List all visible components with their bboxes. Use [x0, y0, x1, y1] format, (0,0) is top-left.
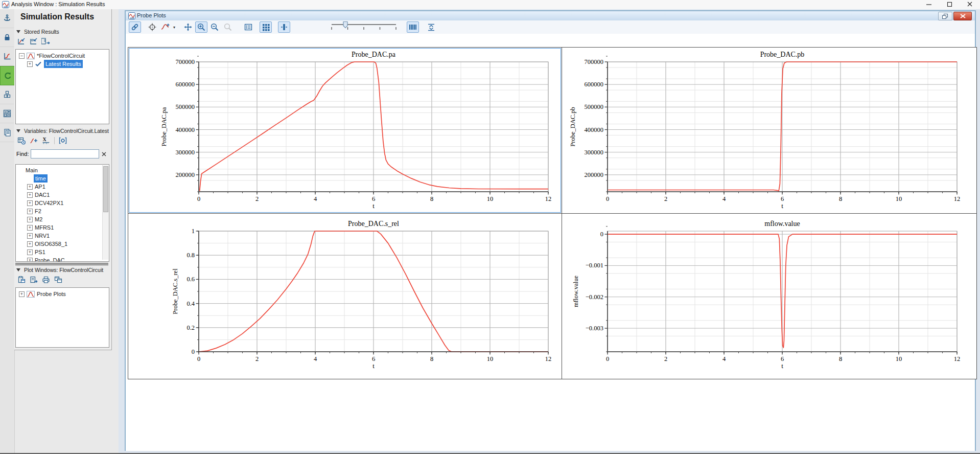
expander-icon[interactable]: +: [27, 258, 33, 262]
tree-item-label: Main: [26, 166, 38, 174]
sidebar-button-refresh[interactable]: [0, 66, 15, 85]
expander-icon[interactable]: +: [19, 291, 25, 297]
expander-icon[interactable]: +: [27, 217, 33, 222]
close-button[interactable]: [960, 0, 980, 9]
sidebar-button-library[interactable]: [0, 85, 14, 104]
svg-text:400000: 400000: [176, 126, 195, 133]
sidebar-icon-strip: [0, 9, 15, 454]
result-properties-button[interactable]: [16, 136, 27, 145]
paste-plot-button[interactable]: [16, 275, 27, 284]
stored-result-latest[interactable]: +Latest Results: [16, 60, 109, 68]
probe-cursor-button[interactable]: [146, 21, 158, 33]
child-titlebar[interactable]: SIM Probe Plots: [126, 11, 975, 21]
variables-root[interactable]: Main: [16, 166, 102, 174]
svg-text:8: 8: [430, 195, 433, 202]
plot-window-item[interactable]: +Probe Plots: [16, 290, 109, 298]
expander-icon[interactable]: −: [19, 53, 25, 59]
variable-item-clipped[interactable]: +Probe_DAC: [16, 256, 102, 262]
svg-text:8: 8: [839, 355, 842, 362]
variables-scrollbar[interactable]: [102, 165, 108, 260]
variable-item-m2[interactable]: +M2: [16, 215, 102, 223]
scrollbar-thumb[interactable]: [103, 166, 108, 212]
tree-item-label: Probe_DAC: [35, 256, 65, 262]
expander-icon[interactable]: +: [27, 249, 33, 255]
grid-button[interactable]: [260, 21, 272, 33]
svg-text:300000: 300000: [176, 149, 195, 156]
import-results-button[interactable]: [29, 37, 39, 46]
link-button[interactable]: [129, 21, 141, 33]
sidebar-button-result-plot[interactable]: [0, 47, 14, 66]
collapse-axes-button[interactable]: [425, 21, 437, 33]
svg-text:200000: 200000: [585, 171, 604, 178]
variable-item-nrv1[interactable]: +NRV1: [16, 232, 102, 240]
svg-text:2: 2: [255, 355, 259, 362]
plot-cell-probe-dac-pb[interactable]: 0246810122000003000004000005000006000007…: [562, 48, 976, 213]
svg-text:12: 12: [545, 355, 552, 362]
add-curve-dropdown-icon[interactable]: ▾: [172, 22, 177, 32]
section-splitter[interactable]: [15, 263, 108, 266]
variable-item-mfrs1[interactable]: +MFRS1: [16, 223, 102, 232]
zoom-all-button[interactable]: [222, 21, 234, 33]
svg-text:0: 0: [606, 195, 609, 202]
child-restore-button[interactable]: [938, 12, 952, 20]
clear-find-icon[interactable]: [100, 150, 107, 158]
plot-windows-header[interactable]: Plot Windows: FlowControlCircuit: [16, 267, 109, 273]
variable-item-f2[interactable]: +F2: [16, 207, 102, 215]
variables-header[interactable]: Variables: FlowControlCircuit.Latest Res…: [16, 128, 109, 134]
tree-item-label: PS1: [35, 248, 45, 256]
variable-item-oiso6358_1[interactable]: +OISO6358_1: [16, 240, 102, 248]
import-result-button[interactable]: [16, 37, 27, 46]
variable-item-dcv42px1[interactable]: +DCV42PX1: [16, 199, 102, 207]
expander-icon[interactable]: +: [27, 225, 33, 231]
expander-icon[interactable]: +: [27, 61, 33, 67]
variable-item-time[interactable]: time: [16, 174, 102, 183]
sidebar-button-lock[interactable]: [0, 28, 14, 47]
export-result-button[interactable]: [41, 37, 51, 46]
plot-cell-probe-dac-s-rel[interactable]: 02468101200.20.40.60.81tProbe_DAC.s_relP…: [128, 214, 562, 379]
expander-icon[interactable]: +: [27, 241, 33, 247]
zoom-out-icon: [210, 22, 219, 32]
pan-button[interactable]: [182, 21, 194, 33]
locate-in-model-button[interactable]: [58, 136, 68, 145]
sidebar-button-anchor[interactable]: [0, 9, 14, 28]
print-plot-button[interactable]: [41, 275, 51, 284]
axes-layout-icon: [279, 22, 289, 32]
variable-item-ps1[interactable]: +PS1: [16, 248, 102, 256]
stored-results-header[interactable]: Stored Results: [16, 29, 109, 35]
axes-layout-button[interactable]: [278, 21, 290, 33]
anchor-icon: [3, 14, 12, 23]
tile-plots-button[interactable]: [53, 275, 63, 284]
probe-plots-window: SIM Probe Plots ▾ 0246810122000003000004…: [125, 10, 976, 451]
units-button[interactable]: X: [41, 136, 51, 145]
find-input[interactable]: [31, 149, 99, 158]
expander-icon[interactable]: +: [27, 233, 33, 239]
import-results-icon: [29, 37, 38, 46]
zoom-in-button[interactable]: [195, 21, 207, 33]
minimize-button[interactable]: [919, 0, 939, 9]
expander-icon[interactable]: +: [27, 209, 33, 214]
export-plot-icon: [29, 276, 38, 284]
svg-text:Probe_DAC.pa: Probe_DAC.pa: [160, 107, 168, 146]
plot-cell-probe-dac-pa[interactable]: 0246810122000003000004000005000006000007…: [128, 48, 562, 213]
export-plot-button[interactable]: [29, 275, 39, 284]
add-quantity-button[interactable]: [29, 136, 39, 145]
plot-cell-mflow-value[interactable]: 0246810120−0.001−0.002−0.003tmflow.value…: [562, 214, 976, 379]
add-curve-button[interactable]: [159, 21, 172, 33]
expander-icon[interactable]: +: [27, 184, 33, 190]
variable-item-ap1[interactable]: +AP1: [16, 183, 102, 191]
expander-icon[interactable]: +: [27, 200, 33, 206]
zoom-slider[interactable]: [330, 20, 399, 34]
sidebar-button-window-layout[interactable]: [0, 104, 14, 123]
bars-button[interactable]: [407, 21, 419, 33]
legend-button[interactable]: [242, 21, 254, 33]
svg-text:t: t: [372, 202, 375, 210]
expander-icon[interactable]: +: [27, 192, 33, 198]
stored-result-root[interactable]: −*FlowControlCircuit: [16, 52, 109, 60]
maximize-button[interactable]: [939, 0, 960, 9]
zoom-out-button[interactable]: [208, 21, 221, 33]
svg-text:10: 10: [896, 195, 902, 202]
child-close-button[interactable]: [953, 12, 972, 20]
variable-item-dac1[interactable]: +DAC1: [16, 191, 102, 199]
svg-text:Probe_DAC.s_rel: Probe_DAC.s_rel: [172, 268, 179, 314]
sidebar-button-report[interactable]: [0, 123, 14, 142]
